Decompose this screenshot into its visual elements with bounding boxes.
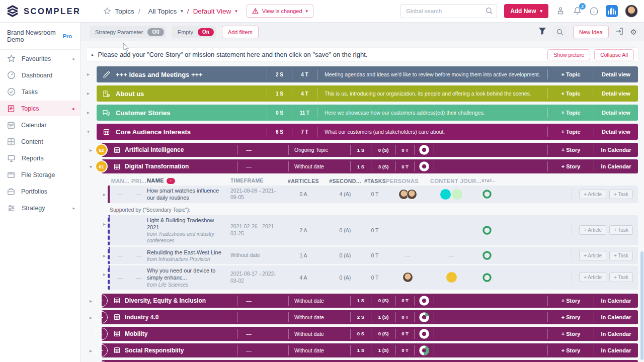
sidebar-item-file-storage[interactable]: File Storage: [0, 167, 80, 183]
caret-right-icon[interactable]: ▸: [103, 253, 106, 258]
add-story-button[interactable]: + Story: [548, 147, 594, 153]
add-new-button[interactable]: Add New▾: [504, 4, 548, 18]
detail-view-button[interactable]: Detail view: [594, 90, 638, 97]
caret-right-icon[interactable]: ▸: [87, 71, 90, 77]
collapse-minus-badge[interactable]: −: [95, 344, 108, 356]
caret-right-icon[interactable]: ▸: [92, 52, 94, 57]
in-calendar-button[interactable]: In Calendar: [594, 298, 638, 304]
story-row[interactable]: ▸——Light & Building Tradeshow 2021from T…: [108, 215, 638, 246]
story-row[interactable]: ▸——How smart watches influence our daily…: [108, 186, 638, 203]
caret-right-icon[interactable]: ▸: [103, 221, 106, 227]
add-article-button[interactable]: + Article: [579, 225, 606, 235]
topic-number-badge[interactable]: 62: [95, 144, 108, 156]
topic-row-3[interactable]: ▸−Industry 4.0—Without date2 S1 (S)0 T+ …: [102, 310, 638, 324]
caret-down-icon[interactable]: ▾: [87, 129, 90, 134]
category-row-ideas[interactable]: ▸+++ Ideas and Meetings +++2 S4 TMeeting…: [97, 66, 638, 82]
caret-right-icon[interactable]: ▸: [90, 298, 92, 304]
view-changed-button[interactable]: View is changed ▾: [247, 5, 313, 18]
presenter-icon[interactable]: [555, 6, 566, 16]
category-row-core[interactable]: ▾Core Audience Interests6 S7 TWhat our c…: [97, 124, 638, 140]
add-article-button[interactable]: + Article: [579, 273, 606, 282]
caret-right-icon[interactable]: ▸: [87, 90, 90, 96]
breadcrumb-view[interactable]: Default View: [193, 8, 231, 15]
empty-toggle[interactable]: Empty On: [172, 26, 216, 38]
detail-view-button[interactable]: Detail view: [594, 110, 638, 116]
add-task-button[interactable]: + Task: [609, 273, 633, 282]
sidebar-item-strategy[interactable]: Strategy▸: [0, 200, 80, 216]
breadcrumb-collection[interactable]: All Topics: [148, 8, 177, 15]
filter-funnel-icon[interactable]: [538, 27, 546, 37]
add-article-button[interactable]: + Article: [579, 251, 606, 260]
topic-row-2[interactable]: ▸−Diversity, Equity & Inclusion—Without …: [102, 294, 638, 308]
sidebar-item-tasks[interactable]: Tasks: [0, 84, 80, 100]
add-story-button[interactable]: + Story: [548, 298, 594, 304]
caret-down-icon[interactable]: ▾: [90, 164, 92, 169]
in-calendar-button[interactable]: In Calendar: [594, 347, 638, 353]
add-story-button[interactable]: + Story: [548, 163, 594, 169]
collapse-minus-badge[interactable]: −: [95, 327, 108, 340]
strategy-parameter-toggle[interactable]: Strategy Parameter Off: [90, 26, 166, 38]
add-task-button[interactable]: + Task: [609, 251, 633, 260]
caret-right-icon[interactable]: ▸: [90, 315, 92, 320]
detail-view-button[interactable]: Detail view: [594, 71, 638, 77]
sidebar-item-content[interactable]: Content: [0, 134, 80, 149]
show-picture-button[interactable]: Show picture: [547, 49, 590, 60]
core-story-notice[interactable]: ▸ Please add your "Core Story" or missio…: [87, 48, 638, 61]
in-calendar-button[interactable]: In Calendar: [594, 147, 638, 153]
add-story-button[interactable]: + Story: [548, 347, 594, 353]
category-row-customers[interactable]: ▸Customer Stories0 S11 THere we showcase…: [97, 105, 638, 121]
sort-ascending-icon[interactable]: ↑: [167, 178, 175, 184]
add-filters-button[interactable]: Add filters: [222, 26, 259, 38]
scrollbar-thumb[interactable]: [640, 251, 643, 360]
topic-row-1[interactable]: ▾61Digital Transformation—Without date1 …: [102, 159, 638, 173]
topic-row-6[interactable]: −Sustainability—Without date0 S0 (S)0 T+…: [102, 360, 638, 362]
in-calendar-button[interactable]: In Calendar: [594, 331, 638, 337]
scompler-logo[interactable]: SCOMPLER: [6, 5, 81, 18]
sidebar-item-favourites[interactable]: Favourites▸: [0, 51, 80, 66]
sidebar-item-reports[interactable]: Reports: [0, 150, 80, 166]
caret-right-icon[interactable]: ▸: [90, 348, 92, 353]
sidebar-item-portfolios[interactable]: Portfolios: [0, 184, 80, 199]
add-topic-button[interactable]: + Topic: [548, 90, 594, 97]
add-task-button[interactable]: + Task: [609, 190, 633, 199]
chevron-down-icon[interactable]: ▾: [181, 9, 183, 14]
search-icon[interactable]: [486, 7, 493, 17]
new-idea-button[interactable]: New Idea: [573, 26, 608, 38]
caret-right-icon[interactable]: ▸: [103, 192, 106, 197]
caret-right-icon[interactable]: ▸: [103, 272, 106, 277]
add-topic-button[interactable]: + Topic: [548, 129, 594, 135]
breadcrumb-section[interactable]: Topics: [115, 8, 134, 15]
strategy-parameter-state[interactable]: Off: [147, 28, 164, 36]
add-story-button[interactable]: + Story: [548, 331, 594, 337]
in-calendar-button[interactable]: In Calendar: [594, 163, 638, 169]
empty-state[interactable]: On: [198, 28, 214, 36]
info-icon[interactable]: [589, 7, 599, 16]
in-calendar-button[interactable]: In Calendar: [594, 314, 638, 320]
sidebar-item-topics[interactable]: Topics▸: [0, 101, 80, 116]
favourite-star-icon[interactable]: [103, 7, 111, 15]
topic-row-5[interactable]: ▸−Social Responsibiity—Without date1 S1 …: [102, 343, 638, 357]
topic-row-0[interactable]: ▸62Artificial Intelligence—Ongoing Topic…: [102, 143, 638, 157]
global-search-input[interactable]: [400, 4, 497, 18]
collapse-minus-badge[interactable]: −: [95, 294, 108, 307]
workspace-switcher[interactable]: Brand Newsroom Demo Pro: [0, 23, 80, 50]
detail-view-button[interactable]: Detail view: [594, 129, 638, 135]
user-avatar[interactable]: [625, 5, 638, 18]
collapse-minus-badge[interactable]: −: [95, 311, 108, 323]
story-row[interactable]: ▸——Rebuilding the East-West Linefrom Inf…: [108, 247, 638, 264]
settings-gear-icon[interactable]: ⚙: [630, 28, 637, 37]
chevron-down-icon[interactable]: ▾: [235, 9, 237, 14]
sidebar-item-calendar[interactable]: Calendar: [0, 117, 80, 133]
caret-right-icon[interactable]: ▸: [87, 110, 90, 115]
add-story-button[interactable]: + Story: [548, 314, 594, 320]
add-topic-button[interactable]: + Topic: [548, 110, 594, 116]
add-article-button[interactable]: + Article: [579, 190, 606, 199]
notifications-bell-icon[interactable]: 2: [573, 6, 582, 16]
chat-widget-icon[interactable]: [606, 5, 618, 17]
add-task-button[interactable]: + Task: [609, 225, 633, 235]
category-row-about[interactable]: ▸About us1 S4 TThis is us, introducing o…: [97, 85, 638, 102]
story-row[interactable]: ▸——Why you need our device to simply enh…: [108, 265, 638, 290]
add-topic-button[interactable]: + Topic: [548, 71, 594, 77]
topic-number-badge[interactable]: 61: [95, 160, 108, 173]
caret-right-icon[interactable]: ▸: [90, 147, 92, 153]
